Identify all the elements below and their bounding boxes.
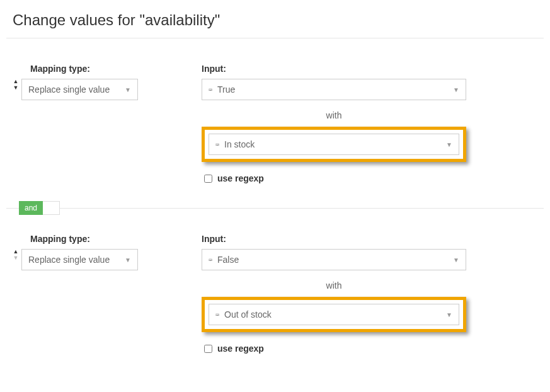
chevron-down-icon[interactable]: ▼ <box>13 85 19 91</box>
or-toggle[interactable] <box>43 201 60 215</box>
caret-down-icon: ▼ <box>446 311 452 318</box>
caret-down-icon: ▼ <box>453 257 459 263</box>
regexp-row: use regexp <box>202 173 466 183</box>
mapping-type-label: Mapping type: <box>30 64 202 74</box>
input-select[interactable]: ⌨ True ▼ <box>202 79 466 100</box>
input-label: Input: <box>202 64 466 74</box>
caret-down-icon: ▼ <box>453 86 459 93</box>
input-label: Input: <box>202 234 466 244</box>
keyboard-icon: ⌨ <box>215 141 219 148</box>
use-regexp-checkbox[interactable] <box>204 175 212 183</box>
separator-line <box>6 208 19 209</box>
input-select[interactable]: ⌨ False ▼ <box>202 249 466 270</box>
input-value: True <box>217 84 235 95</box>
output-highlight: ⌨ Out of stock ▼ <box>202 297 466 332</box>
output-select[interactable]: ⌨ Out of stock ▼ <box>209 304 459 325</box>
input-value: False <box>217 255 239 265</box>
separator-line <box>60 208 544 209</box>
mapping-type-select[interactable]: Replace single value ▼ <box>21 79 138 100</box>
caret-down-icon: ▼ <box>125 86 131 93</box>
keyboard-icon: ⌨ <box>209 257 212 263</box>
output-select[interactable]: ⌨ In stock ▼ <box>209 134 459 155</box>
and-toggle[interactable]: and <box>19 201 43 215</box>
mapping-type-select[interactable]: Replace single value ▼ <box>21 249 138 270</box>
rule-block: ▲ ▼ Mapping type: Replace single value ▼… <box>0 215 550 354</box>
keyboard-icon: ⌨ <box>215 311 219 318</box>
caret-down-icon: ▼ <box>125 257 131 263</box>
keyboard-icon: ⌨ <box>209 86 212 93</box>
mapping-type-value: Replace single value <box>28 255 110 265</box>
use-regexp-label: use regexp <box>217 343 264 354</box>
page-title: Change values for "availability" <box>0 0 550 34</box>
with-label: with <box>202 280 466 291</box>
use-regexp-checkbox[interactable] <box>204 345 212 353</box>
chevron-down-icon[interactable]: ▼ <box>13 255 19 262</box>
with-label: with <box>202 110 466 120</box>
output-value: Out of stock <box>224 309 272 320</box>
caret-down-icon: ▼ <box>446 141 452 148</box>
regexp-row: use regexp <box>202 343 466 354</box>
output-highlight: ⌨ In stock ▼ <box>202 127 466 162</box>
output-value: In stock <box>224 139 255 149</box>
mapping-type-label: Mapping type: <box>30 234 202 244</box>
rule-separator: and <box>6 201 544 215</box>
rule-block: ▲ ▼ Mapping type: Replace single value ▼… <box>0 38 550 183</box>
mapping-type-value: Replace single value <box>28 84 110 95</box>
use-regexp-label: use regexp <box>217 173 264 183</box>
